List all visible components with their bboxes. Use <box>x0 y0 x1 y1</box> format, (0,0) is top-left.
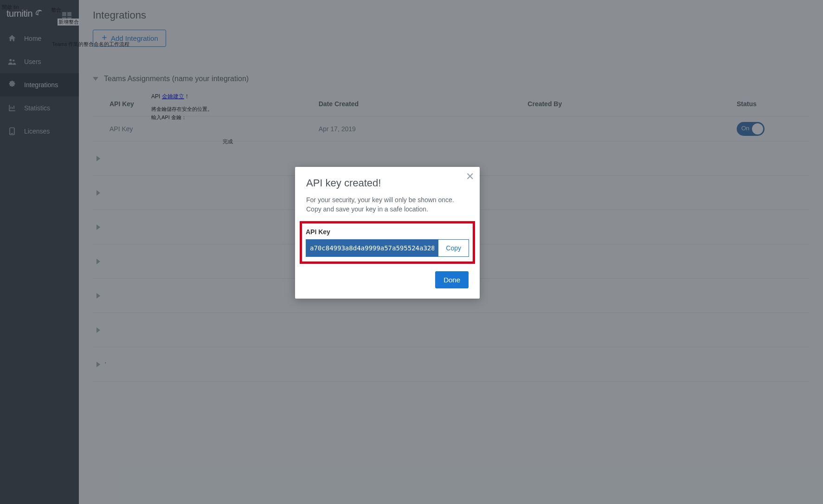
highlight-box: API Key Copy <box>300 221 475 264</box>
modal-description: For your security, your key will only be… <box>306 196 469 214</box>
close-button[interactable]: ✕ <box>466 172 474 182</box>
api-key-modal: ✕ API key created! For your security, yo… <box>295 167 480 299</box>
close-icon: ✕ <box>466 171 474 182</box>
copy-row: Copy <box>306 239 469 257</box>
modal-title: API key created! <box>306 177 469 189</box>
api-key-label: API Key <box>306 228 469 236</box>
copy-button[interactable]: Copy <box>438 239 469 257</box>
done-button[interactable]: Done <box>435 271 469 288</box>
api-key-input[interactable] <box>306 239 438 257</box>
modal-footer: Done <box>306 271 469 288</box>
modal-overlay: ✕ API key created! For your security, yo… <box>0 0 823 504</box>
